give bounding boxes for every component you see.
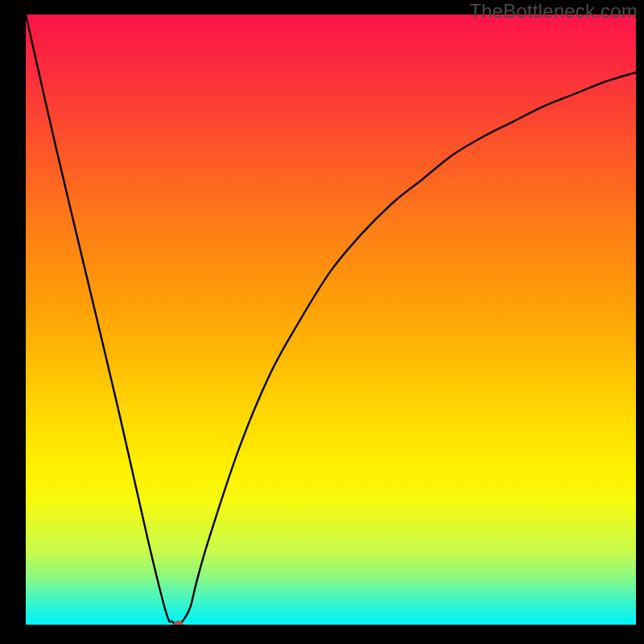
chart-stage: TheBottleneck.com [0, 0, 644, 644]
chart-plot-area [26, 14, 636, 625]
bottleneck-curve [26, 14, 636, 625]
curve-path [26, 14, 636, 625]
chart-svg [26, 14, 636, 625]
watermark-label: TheBottleneck.com [469, 0, 638, 23]
